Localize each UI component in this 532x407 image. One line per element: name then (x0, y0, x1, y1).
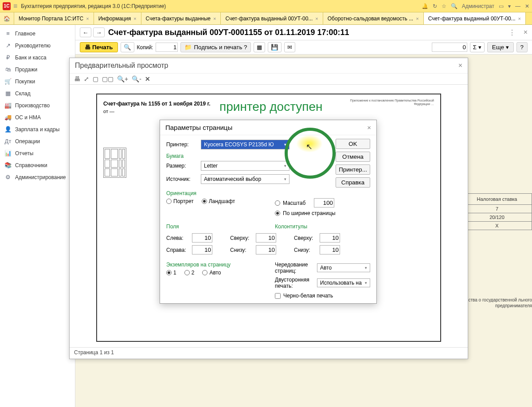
close-icon[interactable]: × (524, 28, 528, 36)
zoom-out-icon[interactable]: 🔍- (132, 75, 141, 82)
tab[interactable]: Оборотно-сальдовая ведомость ...× (323, 12, 424, 24)
sidebar-item-hr[interactable]: 👤Зарплата и кадры (0, 123, 75, 135)
tab-label: Оборотно-сальдовая ведомость ... (328, 16, 413, 22)
sidebar-item-refs[interactable]: 📚Справочники (0, 159, 75, 171)
margin-left-input[interactable] (192, 233, 212, 243)
close-icon[interactable]: × (416, 16, 419, 21)
close-icon[interactable]: × (133, 16, 136, 21)
print-icon[interactable]: 🖶 (74, 75, 80, 82)
toolbar: 🖶 Печать 🔍 Копий: 📁 Подпись и печать ? ▦… (75, 40, 532, 55)
close-icon[interactable]: × (458, 62, 462, 70)
user-label[interactable]: Администрат (462, 3, 494, 9)
sidebar-item-production[interactable]: 🏭Производство (0, 99, 75, 111)
copies-1-radio[interactable]: 1 (166, 270, 176, 276)
bw-checkbox[interactable]: Черно-белая печать (275, 293, 370, 299)
bw-label: Черно-белая печать (283, 293, 333, 299)
landscape-radio[interactable]: Ландшафт (202, 198, 235, 204)
margin-left-label: Слева: (166, 235, 189, 241)
save-button[interactable]: 💾 (268, 42, 282, 52)
doc-title: Счет-фактура выданный 00УТ-0001155 от 01… (108, 28, 505, 37)
sum-input[interactable] (432, 43, 467, 52)
sidebar-item-purchases[interactable]: 🛒Покупки (0, 75, 75, 87)
sidebar-item-stock[interactable]: ▦Склад (0, 87, 75, 99)
more-icon[interactable]: ⋮ (509, 28, 516, 37)
header-top-input[interactable] (320, 233, 340, 243)
ok-button[interactable]: OK (336, 139, 370, 149)
more-button[interactable]: Еще ▾ (487, 42, 514, 52)
tab[interactable]: Монитор Портала 1С:ИТС× (14, 12, 94, 24)
search-icon[interactable]: 🔍 (451, 3, 458, 9)
ruble-icon: ₽ (4, 54, 12, 61)
tab-active[interactable]: Счет-фактура выданный 00УТ-00...× (424, 12, 526, 24)
history-icon[interactable]: ↻ (433, 3, 437, 9)
scale-radio[interactable]: Масштаб (275, 198, 370, 207)
duplex-select[interactable]: Использовать на▾ (317, 278, 370, 287)
size-select[interactable]: Letter▾ (201, 161, 289, 171)
chevron-down-icon[interactable]: ▾ (508, 3, 511, 9)
help-button[interactable]: ? (516, 42, 528, 52)
copies-input[interactable] (156, 43, 178, 52)
nav-back-button[interactable]: ← (80, 27, 91, 37)
copies-auto-radio[interactable]: Авто (202, 270, 221, 276)
sidebar-item-main[interactable]: ≡Главное (0, 27, 75, 39)
sidebar-item-sales[interactable]: 🛍Продажи (0, 63, 75, 75)
alternation-select[interactable]: Авто▾ (317, 263, 370, 272)
scale-input[interactable] (314, 198, 334, 207)
cart-icon: 🛒 (4, 78, 12, 85)
tab[interactable]: Счета-фактуры выданные× (141, 12, 221, 24)
portrait-radio[interactable]: Портрет (166, 198, 194, 204)
margin-right-input[interactable] (192, 245, 212, 254)
help-button[interactable]: Справка (336, 177, 370, 188)
source-select[interactable]: Автоматический выбор▾ (201, 174, 289, 184)
printer-select[interactable]: Kyocera ECOSYS P2135d Ю▾ (201, 140, 289, 149)
headers-section: Колонтитулы (275, 223, 370, 230)
titlebar: 1C ≡ Бухгалтерия предприятия, редакция 3… (0, 0, 532, 12)
close-icon[interactable]: × (518, 16, 521, 21)
close-icon[interactable]: ✕ (145, 75, 150, 82)
home-tab[interactable]: 🏠 (0, 12, 14, 24)
mail-button[interactable]: ✉ (284, 42, 295, 52)
fit-icon[interactable]: ⤢ (84, 75, 89, 82)
close-icon[interactable]: × (213, 16, 216, 21)
cancel-button[interactable]: Отмена (336, 152, 370, 162)
print-button[interactable]: 🖶 Печать (80, 42, 118, 52)
nav-forward-button[interactable]: → (93, 27, 105, 37)
sidebar-item-assets[interactable]: 🚚ОС и НМА (0, 111, 75, 123)
minimize-icon[interactable]: — (515, 3, 520, 9)
sigma-button[interactable]: Σ ▾ (470, 42, 485, 52)
grid-button[interactable]: ▦ (254, 42, 265, 52)
sidebar-item-bank[interactable]: ₽Банк и касса (0, 51, 75, 63)
close-icon[interactable]: × (315, 16, 318, 21)
table-cell: 20/120 (462, 213, 532, 222)
printer-settings-button[interactable]: Принтер... (336, 164, 370, 175)
star-icon[interactable]: ☆ (442, 3, 446, 9)
bell-icon[interactable]: 🔔 (422, 3, 428, 9)
fit-width-radio[interactable]: По ширине страницы (275, 210, 370, 216)
tab[interactable]: Счет-фактура выданный 00УТ-00...× (221, 12, 323, 24)
menu-icon[interactable]: ≡ (13, 3, 17, 10)
close-icon[interactable]: ✕ (525, 3, 529, 9)
header-bottom-input[interactable] (320, 245, 340, 254)
close-icon[interactable]: × (86, 16, 89, 21)
sidebar-item-reports[interactable]: 📊Отчеты (0, 147, 75, 159)
sidebar-item-manager[interactable]: ↗Руководителю (0, 39, 75, 51)
sidebar-item-label: Зарплата и кадры (15, 126, 59, 133)
sidebar-item-operations[interactable]: ДтОперации (0, 135, 75, 147)
margin-bottom-input[interactable] (256, 245, 276, 254)
copies-2-radio[interactable]: 2 (184, 270, 195, 276)
preview-button[interactable]: 🔍 (121, 42, 134, 52)
windows-icon[interactable]: ▭ (499, 3, 504, 9)
sign-button[interactable]: 📁 Подпись и печать ? (180, 42, 251, 52)
truck-icon: 🚚 (4, 114, 12, 121)
two-page-icon[interactable]: ▢▢ (102, 75, 113, 82)
close-icon[interactable]: × (367, 124, 371, 131)
dialog-title-bar: Параметры страницы × (160, 120, 376, 135)
sidebar-item-admin[interactable]: ⚙Администрирование (0, 171, 75, 183)
tab[interactable]: Информация× (94, 12, 141, 24)
margin-bottom-label: Снизу: (230, 247, 253, 253)
zoom-in-icon[interactable]: 🔍+ (117, 75, 128, 82)
page-icon[interactable]: ▢ (93, 75, 98, 82)
alternation-label: Чередование страниц: (275, 262, 313, 274)
annotation-circle (285, 128, 336, 179)
margin-top-input[interactable] (256, 233, 276, 243)
